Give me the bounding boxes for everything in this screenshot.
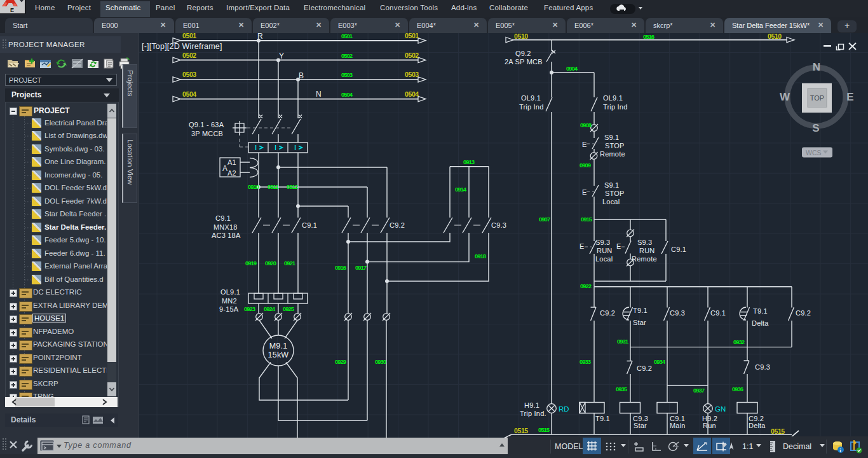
- svg-text:T9.1: T9.1: [753, 307, 768, 315]
- svg-text:Delta: Delta: [752, 319, 769, 327]
- svg-text:0516: 0516: [643, 33, 654, 40]
- svg-text:0918: 0918: [475, 253, 486, 260]
- svg-text:0919: 0919: [245, 260, 257, 267]
- svg-text:OL9.1: OL9.1: [521, 94, 541, 102]
- svg-text:Remote: Remote: [632, 255, 657, 263]
- svg-text:3P MCCB: 3P MCCB: [191, 130, 223, 137]
- svg-text:0915: 0915: [581, 216, 593, 223]
- svg-text:15kW: 15kW: [268, 350, 289, 359]
- svg-text:2A SP MCB: 2A SP MCB: [505, 58, 543, 66]
- svg-text:0510: 0510: [514, 33, 528, 40]
- svg-text:0922: 0922: [580, 282, 592, 289]
- svg-text:Trip Ind.: Trip Ind.: [520, 410, 546, 417]
- svg-text:0931: 0931: [617, 338, 629, 345]
- svg-text:Q9.2: Q9.2: [515, 50, 531, 57]
- svg-text:0935: 0935: [616, 385, 628, 392]
- svg-text:A2: A2: [227, 169, 236, 177]
- svg-text:0916: 0916: [335, 264, 346, 271]
- svg-text:0908: 0908: [580, 121, 592, 128]
- svg-text:0914: 0914: [455, 186, 467, 193]
- svg-text:0501: 0501: [405, 33, 419, 39]
- svg-text:0923: 0923: [244, 305, 255, 312]
- svg-text:0936: 0936: [732, 385, 743, 392]
- svg-text:0515: 0515: [514, 427, 528, 434]
- svg-text:C9.3: C9.3: [491, 221, 506, 229]
- svg-text:0937: 0937: [693, 387, 705, 394]
- svg-text:E: E: [582, 188, 587, 196]
- svg-text:0904: 0904: [566, 65, 578, 72]
- svg-text:C9.2: C9.2: [749, 415, 764, 422]
- svg-text:0929: 0929: [335, 358, 346, 365]
- svg-text:0917: 0917: [355, 264, 367, 271]
- svg-text:R: R: [257, 33, 263, 41]
- svg-text:0504: 0504: [405, 90, 419, 98]
- svg-text:RUN: RUN: [597, 247, 612, 254]
- svg-text:0502: 0502: [341, 52, 353, 59]
- svg-text:9-15A: 9-15A: [219, 305, 239, 313]
- svg-text:MNX18: MNX18: [214, 223, 238, 231]
- svg-text:0924: 0924: [264, 305, 276, 312]
- svg-text:B: B: [299, 71, 304, 80]
- svg-text:Delta: Delta: [749, 422, 766, 429]
- svg-text:RUN: RUN: [639, 247, 654, 254]
- svg-text:TOP: TOP: [810, 94, 824, 102]
- svg-text:C9.1: C9.1: [215, 214, 231, 222]
- svg-text:S9.3: S9.3: [637, 239, 652, 246]
- svg-text:MN2: MN2: [222, 297, 237, 305]
- svg-text:0503: 0503: [341, 71, 353, 78]
- svg-text:Trip Ind: Trip Ind: [519, 103, 543, 111]
- svg-text:T9.1: T9.1: [633, 307, 648, 314]
- svg-text:0501: 0501: [341, 33, 353, 39]
- svg-text:OL9.1: OL9.1: [220, 288, 240, 296]
- svg-text:WCS: WCS: [806, 149, 822, 156]
- svg-text:0907: 0907: [539, 216, 550, 223]
- svg-text:N: N: [813, 61, 820, 73]
- svg-text:STOP: STOP: [605, 190, 625, 197]
- svg-text:Local: Local: [595, 255, 613, 263]
- svg-text:C9.2: C9.2: [390, 221, 405, 229]
- svg-text:E: E: [582, 141, 587, 148]
- svg-text:Run: Run: [703, 422, 716, 429]
- svg-text:E: E: [846, 91, 853, 103]
- svg-text:0910: 0910: [248, 183, 259, 190]
- svg-text:0503: 0503: [405, 71, 419, 78]
- svg-text:C9.1: C9.1: [710, 309, 726, 317]
- svg-text:0920: 0920: [265, 260, 276, 267]
- svg-text:OL9.1: OL9.1: [603, 94, 623, 102]
- svg-text:S9.1: S9.1: [604, 134, 619, 141]
- svg-text:0515: 0515: [771, 427, 785, 435]
- svg-text:Main: Main: [670, 422, 686, 429]
- svg-text:0921: 0921: [284, 260, 296, 267]
- svg-text:S9.1: S9.1: [604, 181, 619, 189]
- svg-text:0932: 0932: [733, 338, 745, 345]
- svg-text:0502: 0502: [182, 52, 196, 59]
- svg-text:A: A: [222, 164, 227, 173]
- svg-text:C9.1: C9.1: [671, 246, 686, 253]
- svg-text:T9.1: T9.1: [595, 415, 610, 422]
- svg-text:[-][Top][2D Wireframe]: [-][Top][2D Wireframe]: [142, 42, 222, 51]
- svg-text:A1: A1: [227, 158, 236, 166]
- svg-text:0933: 0933: [580, 358, 591, 365]
- svg-text:E: E: [580, 242, 585, 250]
- svg-text:S: S: [812, 122, 819, 134]
- svg-text:C9.3: C9.3: [670, 309, 685, 317]
- svg-text:AC3 18A: AC3 18A: [212, 232, 241, 239]
- svg-text:E: E: [10, 7, 14, 13]
- svg-text:Local: Local: [602, 198, 620, 205]
- svg-text:Trip Ind: Trip Ind: [603, 103, 627, 111]
- svg-text:0502: 0502: [405, 52, 419, 59]
- svg-text:0930: 0930: [375, 358, 386, 365]
- svg-text:C9.2: C9.2: [796, 309, 811, 317]
- svg-text:C9.3: C9.3: [755, 363, 770, 371]
- svg-text:E: E: [616, 242, 621, 250]
- svg-text:Remote: Remote: [600, 150, 625, 158]
- svg-text:0504: 0504: [182, 90, 196, 98]
- svg-text:0909: 0909: [580, 162, 591, 169]
- svg-text:C9.1: C9.1: [302, 221, 317, 229]
- svg-text:0515: 0515: [538, 426, 550, 433]
- svg-text:W: W: [780, 91, 790, 103]
- svg-text:STOP: STOP: [605, 142, 625, 149]
- svg-text:M9.1: M9.1: [269, 342, 288, 350]
- svg-text:Y: Y: [279, 52, 284, 60]
- svg-text:0501: 0501: [182, 33, 196, 39]
